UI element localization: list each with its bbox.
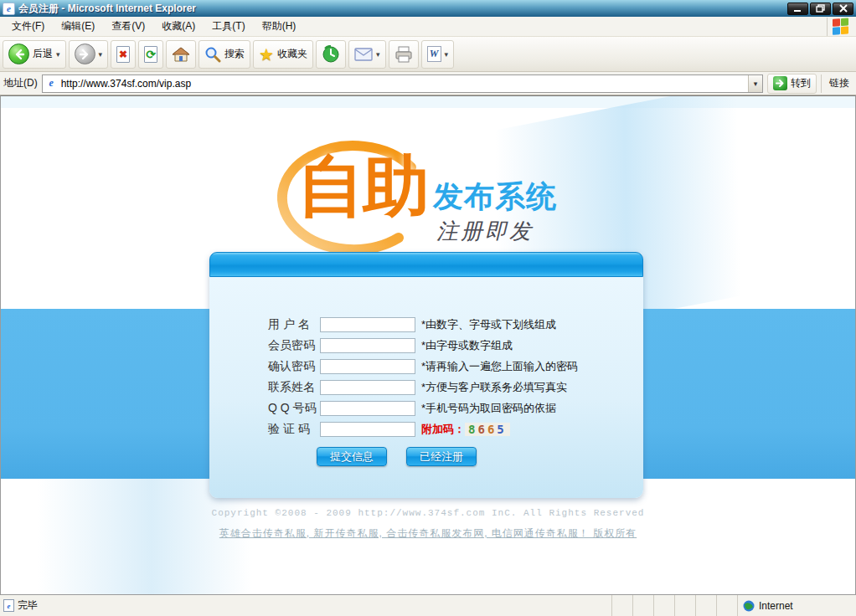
forward-button[interactable]: ▾ (69, 40, 109, 69)
browser-window: e 会员注册 - Microsoft Internet Explorer 文件(… (0, 0, 856, 616)
copyright-text: Copyright ©2008 - 2009 http://www.374sf.… (1, 508, 855, 518)
form-row-confirm-password: 确认密码 *请再输入一遍您上面输入的密码 (209, 356, 643, 377)
menu-edit[interactable]: 编辑(E) (53, 17, 103, 36)
search-icon (204, 46, 221, 63)
status-pane (632, 595, 653, 616)
minimize-button[interactable] (787, 3, 808, 15)
divider (821, 74, 822, 93)
divider (827, 18, 828, 36)
footer-links[interactable]: 英雄合击传奇私服, 新开传奇私服, 合击传奇私服发布网, 电信网通传奇私服！ 版… (1, 526, 855, 541)
qq-number-input[interactable] (320, 401, 415, 416)
contact-name-input[interactable] (320, 380, 415, 395)
windows-logo-icon (833, 18, 849, 35)
refresh-icon: ⟳ (144, 46, 157, 63)
printer-icon (394, 46, 413, 63)
contact-name-hint: *方便与客户联系务必填写真实 (421, 380, 567, 395)
status-pane (611, 595, 632, 616)
favorites-button[interactable]: ★ 收藏夹 (253, 40, 313, 69)
submit-button[interactable]: 提交信息 (317, 447, 387, 466)
status-pane (695, 595, 716, 616)
minimize-icon (793, 5, 802, 13)
confirm-password-label: 确认密码 (268, 359, 320, 374)
menu-favorites[interactable]: 收藏(A) (153, 17, 204, 36)
title-bar: e 会员注册 - Microsoft Internet Explorer (0, 0, 856, 17)
history-button[interactable] (316, 40, 346, 69)
captcha-digit: 6 (487, 423, 497, 436)
username-input[interactable] (320, 317, 415, 332)
print-button[interactable] (389, 40, 419, 69)
status-pane (674, 595, 695, 616)
menu-bar: 文件(F) 编辑(E) 查看(V) 收藏(A) 工具(T) 帮助(H) (0, 17, 856, 37)
username-label: 用 户 名 (268, 317, 320, 332)
address-input[interactable]: e http://www.374sf.com/vip.asp ▾ (42, 74, 763, 93)
password-input[interactable] (320, 338, 415, 353)
close-button[interactable] (833, 3, 853, 15)
status-pane (716, 595, 737, 616)
address-dropdown-button[interactable]: ▾ (748, 75, 762, 92)
links-button[interactable]: 链接 (826, 76, 853, 90)
window-title: 会员注册 - Microsoft Internet Explorer (18, 2, 787, 16)
contact-name-label: 联系姓名 (268, 380, 320, 395)
edit-with-word-button[interactable]: W ▾ (421, 40, 455, 69)
ie-icon: e (3, 3, 15, 15)
home-icon (172, 46, 190, 63)
already-registered-button[interactable]: 已经注册 (406, 447, 477, 466)
address-bar: 地址(D) e http://www.374sf.com/vip.asp ▾ 转… (0, 72, 856, 95)
back-label: 后退 (33, 47, 53, 61)
confirm-password-input[interactable] (320, 359, 415, 374)
chevron-down-icon: ▾ (56, 50, 60, 59)
forward-icon (75, 44, 95, 64)
home-button[interactable] (166, 40, 196, 69)
logo-main-text: 自助 (297, 150, 428, 223)
captcha-digit: 6 (477, 423, 487, 436)
address-label: 地址(D) (3, 76, 38, 90)
chevron-down-icon: ▾ (445, 50, 449, 59)
search-button[interactable]: 搜索 (199, 40, 250, 69)
form-row-qq-number: Q Q 号码 *手机号码为取回密码的依据 (209, 398, 643, 418)
qq-number-hint: *手机号码为取回密码的依据 (421, 401, 556, 416)
refresh-button[interactable]: ⟳ (138, 40, 163, 69)
mail-button[interactable]: ▾ (348, 40, 386, 69)
password-hint: *由字母或数字组成 (421, 338, 513, 353)
go-button[interactable]: 转到 (767, 74, 817, 94)
close-icon (839, 4, 848, 13)
internet-zone: Internet (737, 595, 856, 616)
star-icon: ★ (259, 46, 274, 63)
ie-page-icon: e (45, 77, 58, 90)
status-text: 完毕 (18, 598, 38, 613)
logo-sub-text: 发布系统 (433, 177, 557, 218)
go-label: 转到 (791, 76, 811, 90)
globe-icon (743, 600, 755, 612)
captcha-code-label: 附加码： (421, 422, 465, 437)
address-url[interactable]: http://www.374sf.com/vip.asp (61, 78, 748, 90)
status-bar: e 完毕 Internet (0, 594, 856, 616)
menu-tools[interactable]: 工具(T) (204, 17, 253, 36)
restore-icon (816, 4, 825, 13)
confirm-password-hint: *请再输入一遍您上面输入的密码 (421, 359, 578, 374)
zone-label: Internet (759, 600, 793, 612)
captcha-input[interactable] (320, 422, 415, 437)
stop-icon: ✖ (116, 46, 130, 63)
menu-view[interactable]: 查看(V) (103, 17, 153, 36)
word-icon: W (427, 46, 441, 62)
restore-button[interactable] (810, 3, 831, 15)
mail-icon (354, 48, 373, 61)
history-icon (322, 45, 340, 64)
status-pane (653, 595, 674, 616)
chevron-down-icon: ▾ (376, 50, 380, 59)
qq-number-label: Q Q 号码 (268, 401, 320, 416)
registration-form: 用 户 名 *由数字、字母或下划线组成 会员密码 *由字母或数字组成 确认密码 … (209, 314, 643, 466)
menu-help[interactable]: 帮助(H) (254, 17, 305, 36)
form-row-contact-name: 联系姓名 *方便与客户联系务必填写真实 (209, 377, 643, 398)
back-button[interactable]: 后退 ▾ (3, 40, 66, 69)
captcha-code: 8665 (465, 423, 510, 436)
back-icon (8, 44, 29, 64)
go-arrow-icon (773, 76, 787, 90)
form-row-password: 会员密码 *由字母或数字组成 (209, 335, 643, 356)
favorites-label: 收藏夹 (277, 47, 307, 61)
page-content: 自助 发布系统 注册即发 用 户 名 *由数字、字母或下划线组成 会员密码 *由… (0, 95, 856, 594)
menu-file[interactable]: 文件(F) (3, 17, 53, 36)
document-icon: e (3, 599, 14, 612)
form-buttons: 提交信息 已经注册 (317, 447, 643, 466)
stop-button[interactable]: ✖ (111, 40, 136, 69)
